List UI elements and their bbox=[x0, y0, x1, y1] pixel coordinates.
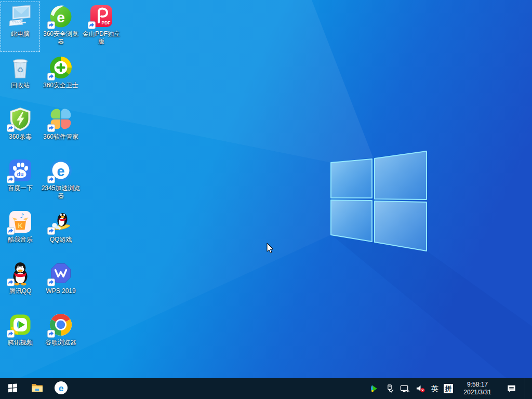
tencent-video-icon bbox=[8, 312, 33, 337]
desktop-icon-label: 百度一下 bbox=[8, 184, 33, 192]
taskbar: e 英 拼 9:58:17 2021/3/31 bbox=[0, 378, 532, 399]
svg-text:e: e bbox=[57, 9, 65, 25]
shortcut-arrow-icon bbox=[7, 227, 15, 235]
shortcut-arrow-icon bbox=[47, 278, 55, 286]
recycle-bin-icon: ♻ bbox=[8, 55, 33, 80]
desktop-icon-label: 谷歌浏览器 bbox=[45, 339, 76, 347]
svg-text:e: e bbox=[57, 164, 64, 179]
shortcut-arrow-icon bbox=[47, 330, 55, 338]
chrome-icon bbox=[48, 312, 73, 337]
desktop-icon-360-safeguard[interactable]: 360安全卫士 bbox=[41, 52, 81, 104]
360-safeguard-icon bbox=[48, 55, 73, 80]
action-center-icon[interactable] bbox=[506, 383, 516, 394]
shortcut-arrow-icon bbox=[47, 176, 55, 183]
desktop-icon-label: 360安全浏览器 bbox=[41, 30, 81, 46]
show-desktop-strip[interactable] bbox=[525, 378, 528, 399]
desktop-icon-label: 腾讯视频 bbox=[8, 339, 33, 347]
desktop-icon-grid: 此电脑♻回收站360杀毒du百度一下K♪酷我音乐腾讯QQ腾讯视频e360安全浏览… bbox=[0, 1, 122, 361]
language-indicator[interactable]: 英 bbox=[431, 384, 439, 394]
desktop-icon-label: 360软件管家 bbox=[43, 133, 78, 141]
file-explorer-icon bbox=[31, 381, 44, 396]
desktop-icon-chrome[interactable]: 谷歌浏览器 bbox=[41, 310, 81, 361]
desktop-icon-label: 金山PDF独立版 bbox=[82, 30, 121, 46]
start-button[interactable] bbox=[0, 378, 25, 399]
desktop-icon-kingsoft-pdf[interactable]: PDF金山PDF独立版 bbox=[81, 1, 122, 52]
desktop-surface[interactable]: 此电脑♻回收站360杀毒du百度一下K♪酷我音乐腾讯QQ腾讯视频e360安全浏览… bbox=[0, 0, 532, 378]
file-explorer-button[interactable] bbox=[25, 378, 49, 399]
desktop-icon-recycle-bin[interactable]: ♻回收站 bbox=[0, 52, 41, 104]
baidu-icon: du bbox=[8, 158, 33, 183]
shortcut-arrow-icon bbox=[47, 73, 55, 81]
tencent-qq-icon bbox=[8, 261, 33, 286]
taskbar-clock[interactable]: 9:58:17 2021/3/31 bbox=[460, 381, 495, 396]
qq-games-icon bbox=[48, 209, 73, 234]
desktop-icon-baidu[interactable]: du百度一下 bbox=[0, 155, 41, 207]
desktop-icon-360-software-manager[interactable]: 360软件管家 bbox=[41, 104, 81, 155]
windows-start-icon bbox=[8, 383, 18, 395]
wps-2019-icon bbox=[48, 261, 73, 286]
2345-browser-icon: e bbox=[48, 158, 73, 183]
desktop-icon-wps-2019[interactable]: WPS 2019 bbox=[41, 258, 81, 310]
ime-pinyin-indicator[interactable]: 拼 bbox=[444, 384, 453, 393]
shortcut-arrow-icon bbox=[47, 124, 55, 132]
this-pc-icon bbox=[8, 4, 33, 29]
desktop-icon-label: 酷我音乐 bbox=[8, 236, 33, 244]
desktop-icon-label: 2345加速浏览器 bbox=[41, 184, 81, 200]
svg-text:du: du bbox=[17, 171, 24, 177]
desktop-icon-label: 回收站 bbox=[11, 82, 30, 89]
network-display-tray-icon[interactable] bbox=[400, 383, 410, 394]
shortcut-arrow-icon bbox=[88, 21, 96, 29]
desktop-icon-tencent-video[interactable]: 腾讯视频 bbox=[0, 310, 41, 361]
usb-device-tray-icon[interactable] bbox=[384, 383, 395, 394]
desktop-icon-label: 此电脑 bbox=[11, 30, 30, 38]
desktop-icon-360-browser[interactable]: e360安全浏览器 bbox=[41, 1, 81, 52]
shortcut-arrow-icon bbox=[7, 278, 15, 286]
shortcut-arrow-icon bbox=[47, 227, 55, 235]
shortcut-arrow-icon bbox=[7, 176, 15, 183]
tencent-video-tray-icon[interactable] bbox=[369, 383, 379, 394]
browser-e-icon: e bbox=[54, 381, 68, 397]
kuwo-music-icon: K♪ bbox=[8, 209, 33, 234]
clock-time: 9:58:17 bbox=[460, 381, 495, 389]
svg-text:PDF: PDF bbox=[102, 20, 111, 25]
desktop-icon-label: WPS 2019 bbox=[46, 287, 75, 295]
360-browser-icon: e bbox=[48, 4, 73, 29]
desktop-icon-360-antivirus[interactable]: 360杀毒 bbox=[0, 104, 41, 155]
svg-text:♪: ♪ bbox=[20, 212, 24, 220]
svg-text:♻: ♻ bbox=[17, 65, 23, 75]
browser-taskbar-button[interactable]: e bbox=[49, 378, 73, 399]
clock-date: 2021/3/31 bbox=[460, 389, 495, 396]
shortcut-arrow-icon bbox=[7, 124, 15, 132]
desktop-icon-kuwo-music[interactable]: K♪酷我音乐 bbox=[0, 207, 41, 258]
desktop-icon-tencent-qq[interactable]: 腾讯QQ bbox=[0, 258, 41, 310]
desktop-icon-label: 360安全卫士 bbox=[43, 82, 78, 89]
svg-text:e: e bbox=[58, 382, 63, 393]
kingsoft-pdf-icon: PDF bbox=[89, 4, 114, 29]
desktop-icon-2345-browser[interactable]: e2345加速浏览器 bbox=[41, 155, 81, 207]
system-tray: 英 拼 9:58:17 2021/3/31 bbox=[369, 378, 532, 399]
360-software-manager-icon bbox=[48, 107, 73, 131]
svg-text:K: K bbox=[18, 222, 23, 230]
desktop-icon-this-pc[interactable]: 此电脑 bbox=[0, 1, 41, 52]
volume-muted-icon[interactable] bbox=[416, 383, 426, 394]
shortcut-arrow-icon bbox=[47, 21, 55, 29]
desktop-icon-label: QQ游戏 bbox=[50, 236, 72, 244]
desktop-icon-label: 360杀毒 bbox=[9, 133, 32, 141]
desktop-icon-label: 腾讯QQ bbox=[9, 287, 32, 295]
360-antivirus-icon bbox=[8, 107, 33, 131]
desktop-icon-qq-games[interactable]: QQ游戏 bbox=[41, 207, 81, 258]
shortcut-arrow-icon bbox=[7, 330, 15, 338]
